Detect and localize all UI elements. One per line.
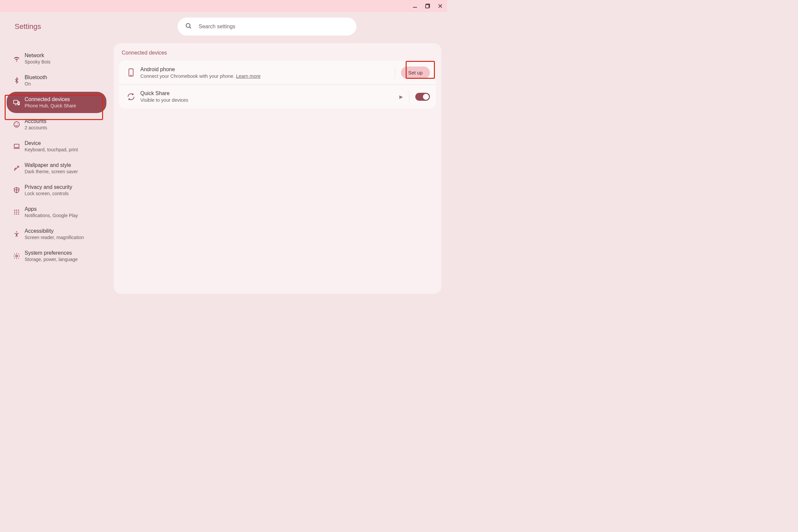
sidebar-item-sub: Notifications, Google Play [25, 213, 78, 218]
sidebar-item-sub: Storage, power, language [25, 257, 78, 262]
svg-point-16 [18, 210, 19, 211]
phone-icon [126, 68, 136, 77]
quickshare-toggle[interactable] [415, 93, 430, 101]
sidebar-item-label: Network [25, 53, 51, 58]
card: Android phone Connect your Chromebook wi… [119, 60, 436, 108]
row-sub: Visible to your devices [140, 97, 399, 103]
setup-button[interactable]: Set up [401, 66, 430, 79]
minimize-button[interactable] [409, 1, 421, 11]
sidebar-item-label: Connected devices [25, 96, 76, 102]
svg-line-6 [189, 27, 191, 28]
sidebar-item-sub: Spooky Bois [25, 59, 51, 64]
sidebar-item-bluetooth[interactable]: Bluetooth On [7, 70, 107, 91]
svg-point-19 [18, 211, 19, 212]
sidebar-item-sub: Keyboard, touchpad, print [25, 147, 78, 152]
sidebar-item-label: Device [25, 140, 78, 146]
maximize-button[interactable] [422, 1, 433, 11]
sidebar-item-sub: Screen reader, magnification [25, 235, 84, 240]
sidebar-item-label: Accounts [25, 118, 47, 125]
gear-icon [12, 252, 21, 260]
row-title: Quick Share [140, 91, 399, 96]
row-desc: Connect your Chromebook with your phone. [140, 74, 236, 79]
svg-point-14 [14, 210, 15, 211]
sidebar-item-label: Bluetooth [25, 75, 47, 80]
account-icon [12, 121, 21, 128]
svg-rect-9 [18, 102, 19, 104]
svg-point-18 [16, 211, 17, 212]
palette-icon [12, 165, 21, 172]
apps-grid-icon [12, 209, 21, 215]
panel-title: Connected devices [119, 50, 436, 60]
header: Settings [0, 12, 447, 40]
svg-point-23 [16, 231, 17, 232]
row-title: Android phone [140, 66, 395, 73]
sidebar-item-sub: On [25, 81, 47, 87]
sidebar-item-apps[interactable]: Apps Notifications, Google Play [7, 202, 107, 223]
sidebar-item-label: Accessibility [25, 228, 84, 234]
sidebar-item-sub: Dark theme, screen saver [25, 169, 78, 174]
svg-rect-13 [14, 144, 19, 148]
accessibility-icon [12, 231, 21, 238]
divider [395, 66, 395, 78]
svg-rect-7 [14, 100, 18, 104]
row-quick-share[interactable]: Quick Share Visible to your devices ▶ [119, 84, 436, 108]
sidebar-item-wallpaper[interactable]: Wallpaper and style Dark theme, screen s… [7, 158, 107, 179]
svg-point-10 [14, 122, 20, 127]
search-input[interactable] [198, 23, 349, 30]
sidebar-item-label: Privacy and security [25, 184, 72, 190]
sidebar-item-accounts[interactable]: Accounts 2 accounts [7, 114, 107, 135]
svg-point-11 [15, 124, 16, 124]
divider [409, 91, 409, 103]
sidebar-item-accessibility[interactable]: Accessibility Screen reader, magnificati… [7, 224, 107, 245]
sidebar-item-network[interactable]: Network Spooky Bois [7, 48, 107, 69]
sidebar-item-sub: Lock screen, controls [25, 191, 72, 196]
sidebar-item-connected-devices[interactable]: Connected devices Phone Hub, Quick Share [7, 92, 107, 113]
svg-point-22 [18, 213, 19, 214]
devices-icon [12, 99, 21, 106]
window-titlebar [0, 0, 447, 12]
sidebar-item-label: Apps [25, 206, 78, 212]
sidebar-item-privacy[interactable]: Privacy and security Lock screen, contro… [7, 179, 107, 201]
svg-point-17 [14, 211, 15, 212]
panel-connected-devices: Connected devices Android phone Connect … [114, 43, 441, 294]
sidebar-item-label: System preferences [25, 250, 78, 256]
quickshare-icon [126, 93, 136, 101]
sidebar-item-label: Wallpaper and style [25, 162, 78, 168]
main: Connected devices Android phone Connect … [110, 40, 447, 298]
learn-more-link[interactable]: Learn more [236, 74, 261, 79]
svg-point-24 [16, 255, 18, 257]
svg-point-5 [186, 24, 190, 27]
bluetooth-icon [12, 77, 21, 84]
sidebar-item-system[interactable]: System preferences Storage, power, langu… [7, 245, 107, 267]
svg-rect-0 [413, 7, 417, 8]
svg-point-12 [17, 124, 18, 124]
app-title: Settings [15, 22, 114, 31]
wifi-icon [12, 55, 21, 62]
sidebar: Network Spooky Bois Bluetooth On Connect… [5, 40, 110, 298]
search-icon [185, 22, 192, 31]
row-sub: Connect your Chromebook with your phone.… [140, 74, 395, 79]
search-field[interactable] [177, 18, 357, 36]
svg-rect-2 [425, 5, 429, 8]
sidebar-item-device[interactable]: Device Keyboard, touchpad, print [7, 136, 107, 157]
shield-icon [12, 187, 21, 194]
sidebar-item-sub: 2 accounts [25, 125, 47, 130]
svg-point-15 [16, 210, 17, 211]
svg-point-21 [16, 213, 17, 214]
sidebar-item-sub: Phone Hub, Quick Share [25, 103, 76, 108]
chevron-right-icon: ▶ [399, 94, 403, 99]
svg-point-20 [14, 213, 15, 214]
laptop-icon [12, 142, 21, 150]
close-button[interactable] [435, 1, 446, 11]
row-android-phone: Android phone Connect your Chromebook wi… [119, 60, 436, 84]
